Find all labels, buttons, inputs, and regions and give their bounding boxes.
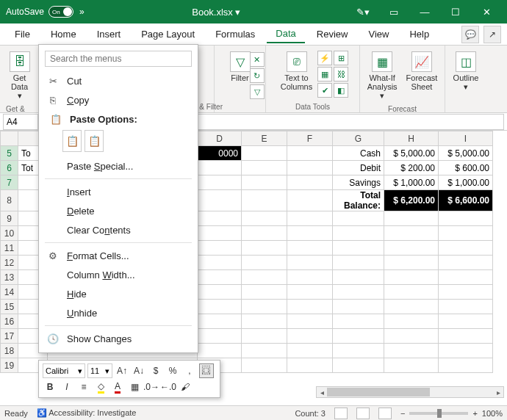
col-header-h[interactable]: H: [384, 131, 439, 146]
decrease-decimal-icon[interactable]: ←.0: [161, 380, 176, 394]
cell[interactable]: [287, 256, 333, 270]
tab-file[interactable]: File: [6, 26, 39, 43]
cell[interactable]: [287, 241, 333, 256]
context-unhide[interactable]: Unhide: [40, 303, 196, 322]
cell[interactable]: [333, 226, 384, 241]
cell[interactable]: [287, 285, 333, 300]
cell[interactable]: [198, 211, 242, 226]
cell[interactable]: [439, 226, 493, 241]
cell[interactable]: [439, 211, 493, 226]
close-icon[interactable]: ✕: [472, 1, 501, 22]
cell[interactable]: [333, 358, 384, 373]
zoom-in-icon[interactable]: +: [472, 409, 477, 418]
font-color-icon[interactable]: A: [110, 380, 125, 394]
cell[interactable]: [198, 190, 242, 211]
bold-icon[interactable]: B: [43, 380, 57, 394]
row-header[interactable]: 13: [1, 270, 18, 285]
comments-icon[interactable]: 💬: [461, 26, 479, 43]
context-format-cells[interactable]: ⚙Format Cells...: [40, 246, 196, 265]
cell[interactable]: [439, 314, 493, 329]
cell[interactable]: [439, 358, 493, 373]
zoom-slider[interactable]: [409, 412, 468, 415]
page-break-view-icon[interactable]: [378, 408, 392, 419]
get-data-button[interactable]: 🗄 Get Data ▾: [5, 48, 35, 104]
row-header[interactable]: 9: [1, 211, 18, 226]
cell[interactable]: $ 200.00: [384, 161, 439, 175]
cell[interactable]: [287, 161, 333, 175]
context-clear-contents[interactable]: Clear Contents: [40, 220, 196, 239]
cell[interactable]: [242, 314, 287, 329]
cell[interactable]: [242, 270, 287, 285]
accounting-format-icon[interactable]: $: [148, 363, 163, 378]
cell[interactable]: [242, 285, 287, 300]
align-icon[interactable]: ≡: [76, 380, 91, 394]
cell[interactable]: [384, 358, 439, 373]
tab-formulas[interactable]: Formulas: [206, 26, 264, 43]
data-validation-icon[interactable]: ✔: [317, 83, 332, 98]
cell[interactable]: [384, 256, 439, 270]
cell[interactable]: [242, 161, 287, 175]
tab-help[interactable]: Help: [400, 26, 438, 43]
cell[interactable]: [242, 146, 287, 161]
context-show-changes[interactable]: 🕓Show Changes: [40, 329, 196, 348]
row-header[interactable]: 8: [1, 190, 18, 211]
cell[interactable]: $ 5,000.00: [439, 146, 493, 161]
context-paste-special[interactable]: Paste Special...: [40, 156, 196, 175]
reapply-icon[interactable]: ↻: [250, 68, 265, 83]
remove-dup-icon[interactable]: ▦: [317, 67, 332, 82]
cell[interactable]: [198, 285, 242, 300]
cell[interactable]: [198, 241, 242, 256]
increase-decimal-icon[interactable]: .0→: [144, 380, 159, 394]
cell[interactable]: [384, 285, 439, 300]
cell[interactable]: $ 1,000.00: [439, 175, 493, 190]
context-insert[interactable]: Insert: [40, 182, 196, 201]
cell[interactable]: [242, 175, 287, 190]
cell[interactable]: [287, 358, 333, 373]
maximize-icon[interactable]: ☐: [441, 1, 470, 22]
zoom-control[interactable]: − + 100%: [400, 409, 503, 418]
cell[interactable]: [242, 211, 287, 226]
cell[interactable]: [439, 300, 493, 314]
row-header[interactable]: 12: [1, 256, 18, 270]
context-copy[interactable]: ⎘Copy: [40, 90, 196, 109]
cell[interactable]: [439, 329, 493, 344]
more-commands-icon[interactable]: »: [79, 7, 84, 17]
col-header-d[interactable]: D: [198, 131, 242, 146]
font-select[interactable]: Calibri▾: [43, 363, 85, 378]
cell[interactable]: [333, 256, 384, 270]
context-delete[interactable]: Delete: [40, 201, 196, 220]
flash-fill-icon[interactable]: ⚡: [317, 51, 332, 65]
zoom-out-icon[interactable]: −: [400, 409, 405, 418]
cell[interactable]: [333, 329, 384, 344]
cell[interactable]: [384, 226, 439, 241]
cell[interactable]: [287, 314, 333, 329]
cell[interactable]: [242, 190, 287, 211]
scroll-right-icon[interactable]: ▸: [493, 388, 503, 397]
cell[interactable]: [242, 300, 287, 314]
clear-filter-icon[interactable]: ✕: [250, 52, 265, 67]
cell[interactable]: $ 5,000.00: [384, 146, 439, 161]
comma-format-icon[interactable]: ,: [182, 363, 197, 378]
col-header-i[interactable]: I: [439, 131, 493, 146]
col-header-f[interactable]: F: [287, 131, 333, 146]
tab-page-layout[interactable]: Page Layout: [132, 26, 204, 43]
accessibility-status[interactable]: ♿ Accessibility: Investigate: [37, 408, 137, 418]
row-header[interactable]: 17: [1, 329, 18, 344]
cell[interactable]: [384, 300, 439, 314]
minimize-icon[interactable]: —: [410, 1, 439, 22]
cell[interactable]: [384, 314, 439, 329]
share-icon[interactable]: ↗: [483, 26, 501, 43]
cell[interactable]: [439, 270, 493, 285]
tab-view[interactable]: View: [359, 26, 398, 43]
cell[interactable]: $ 6,200.00: [384, 190, 439, 211]
pen-icon[interactable]: ✎▾: [348, 1, 378, 22]
tab-data[interactable]: Data: [267, 25, 304, 43]
context-hide[interactable]: Hide: [40, 284, 196, 303]
cell[interactable]: Debit: [333, 161, 384, 175]
horizontal-scrollbar[interactable]: ◂ ▸: [316, 386, 504, 398]
cell[interactable]: [333, 211, 384, 226]
fill-color-icon[interactable]: ◇: [93, 380, 108, 394]
cell[interactable]: [333, 241, 384, 256]
cell[interactable]: $ 6,600.00: [439, 190, 493, 211]
cell[interactable]: Cash: [333, 146, 384, 161]
